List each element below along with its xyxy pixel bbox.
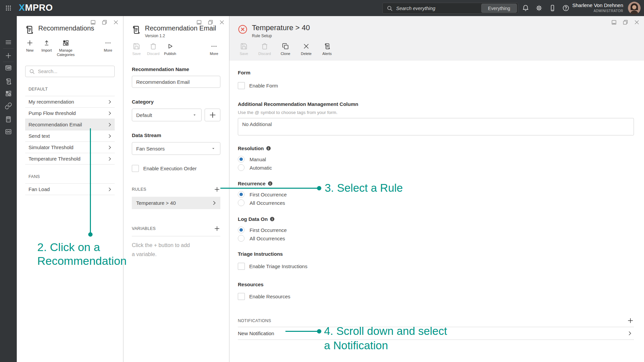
enable-triage-checkbox[interactable]: [238, 263, 245, 270]
import-button[interactable]: Import: [38, 39, 55, 53]
mobile-device-icon[interactable]: [549, 4, 556, 12]
delete-button[interactable]: Delete: [298, 43, 315, 56]
enable-resources-row[interactable]: Enable Resources: [238, 293, 634, 300]
panel-window-controls: [196, 19, 225, 25]
settings-gear-icon[interactable]: [535, 4, 543, 12]
import-icon: [43, 39, 50, 47]
close-icon[interactable]: [634, 19, 640, 25]
minimize-icon[interactable]: [611, 19, 617, 25]
new-button[interactable]: New: [21, 39, 38, 53]
execution-order-checkbox[interactable]: [132, 165, 139, 172]
panel-subtitle: Rule Setup: [252, 34, 310, 38]
radio-option-all-occurrences[interactable]: All Occurrences: [238, 234, 634, 242]
panel-title: Recommendation Email: [145, 24, 216, 32]
more-button[interactable]: More: [100, 39, 116, 53]
variables-section-header: VARIABLES: [132, 225, 220, 232]
minimize-icon[interactable]: [90, 19, 96, 25]
publish-button[interactable]: Publish: [162, 43, 178, 56]
radio-unselected[interactable]: [238, 235, 245, 242]
radio-unselected[interactable]: [238, 199, 245, 206]
add-category-button[interactable]: [205, 109, 220, 121]
close-icon[interactable]: [113, 19, 119, 25]
list-item-simulator-threshold[interactable]: Simulator Threshold: [25, 142, 115, 153]
global-search-input[interactable]: [396, 6, 481, 11]
sidebar-add-icon[interactable]: [0, 52, 17, 59]
triage-label: Triage Instructions: [238, 251, 634, 257]
sidebar-app-designer-icon[interactable]: [0, 64, 17, 72]
app-launcher-grid-icon[interactable]: [3, 4, 14, 12]
radio-selected[interactable]: [238, 227, 245, 233]
publish-play-icon: [166, 43, 174, 50]
sidebar-categories-icon[interactable]: [0, 90, 17, 97]
radio-selected[interactable]: [238, 156, 245, 163]
execution-order-row[interactable]: Enable Execution Order: [132, 165, 220, 172]
enable-form-checkbox[interactable]: [238, 82, 245, 89]
list-item-send-text[interactable]: Send text: [25, 130, 115, 142]
name-input[interactable]: [136, 79, 219, 85]
more-button[interactable]: More: [206, 43, 222, 56]
search-scope-button[interactable]: Everything: [481, 4, 517, 13]
version-label: Version 1.2: [145, 34, 216, 38]
info-icon[interactable]: [268, 181, 272, 186]
info-icon[interactable]: [266, 146, 271, 150]
avatar[interactable]: [628, 2, 641, 14]
chevron-right-icon: [107, 99, 112, 105]
group-label-default: DEFAULT: [29, 87, 115, 92]
radio-option-all-occurrences[interactable]: All Occurrences: [238, 199, 634, 207]
more-dots-icon: [210, 43, 218, 50]
caret-down-icon: [211, 146, 216, 151]
radio-unselected[interactable]: [238, 164, 245, 171]
info-icon[interactable]: [270, 217, 274, 221]
sidebar-connections-icon[interactable]: [0, 102, 17, 110]
user-block[interactable]: Sharlene Von Drehnen ADMINISTRATOR: [572, 2, 623, 13]
datastream-select[interactable]: Fan Sensors: [132, 142, 220, 155]
xmpro-logo[interactable]: XMPRO: [19, 3, 53, 13]
add-rule-icon[interactable]: [214, 186, 220, 193]
category-select[interactable]: Default: [132, 109, 202, 121]
chevron-right-icon: [107, 122, 112, 127]
sidebar-variables-icon[interactable]: [0, 128, 17, 135]
minimize-icon[interactable]: [196, 19, 202, 25]
radio-option-automatic[interactable]: Automatic: [238, 164, 634, 172]
list-item-my-recommendation[interactable]: My recommendation: [25, 96, 115, 108]
list-item-temperature-threshold[interactable]: Temperature Threshold: [25, 153, 115, 165]
radio-option-first-occurrence[interactable]: First Occurrence: [238, 190, 634, 198]
rule-item-temperature[interactable]: Temperature > 40: [132, 197, 220, 209]
sidebar-menu-icon[interactable]: [0, 39, 17, 46]
chevron-right-icon: [107, 145, 112, 150]
recommendations-list: My recommendation Pump Flow threshold Re…: [25, 96, 115, 165]
save-button[interactable]: Save: [128, 43, 145, 56]
restore-icon[interactable]: [208, 19, 213, 25]
resolution-radio-group: Manual Automatic: [238, 155, 634, 172]
enable-resources-checkbox[interactable]: [238, 293, 245, 300]
additional-column-input[interactable]: No Additional: [238, 118, 634, 135]
discard-button[interactable]: Discard: [145, 43, 162, 56]
topbar-icons: [522, 4, 570, 12]
restore-icon[interactable]: [623, 19, 628, 25]
enable-triage-row[interactable]: Enable Triage Instructions: [238, 263, 634, 270]
radio-option-first-occurrence[interactable]: First Occurrence: [238, 226, 634, 234]
clone-button[interactable]: Clone: [277, 43, 294, 56]
help-icon[interactable]: [562, 4, 570, 12]
sidebar-calculator-icon[interactable]: [0, 116, 17, 123]
add-notification-icon[interactable]: [627, 317, 634, 324]
alerts-button[interactable]: Alerts: [319, 43, 335, 56]
discard-button[interactable]: Discard: [256, 43, 273, 56]
enable-form-row[interactable]: Enable Form: [238, 82, 634, 89]
global-search[interactable]: Everything: [382, 3, 518, 14]
add-variable-icon[interactable]: [214, 225, 220, 232]
recommendations-scroll-icon: [131, 25, 141, 35]
save-button[interactable]: Save: [235, 43, 252, 56]
sidebar-recommendations-icon[interactable]: [0, 78, 17, 85]
list-item-recommendation-email[interactable]: Recommendation Email: [25, 119, 115, 130]
recommendations-search-input[interactable]: [38, 69, 114, 74]
list-item-pump-flow-threshold[interactable]: Pump Flow threshold: [25, 108, 115, 119]
notifications-bell-icon[interactable]: [522, 4, 529, 12]
manage-categories-button[interactable]: Manage Categories: [55, 39, 76, 57]
radio-selected[interactable]: [238, 191, 245, 198]
close-icon[interactable]: [219, 19, 225, 25]
restore-icon[interactable]: [102, 19, 107, 25]
radio-option-manual[interactable]: Manual: [238, 155, 634, 163]
recommendations-search[interactable]: [25, 66, 115, 77]
list-item-fan-load[interactable]: Fan Load: [25, 184, 115, 195]
